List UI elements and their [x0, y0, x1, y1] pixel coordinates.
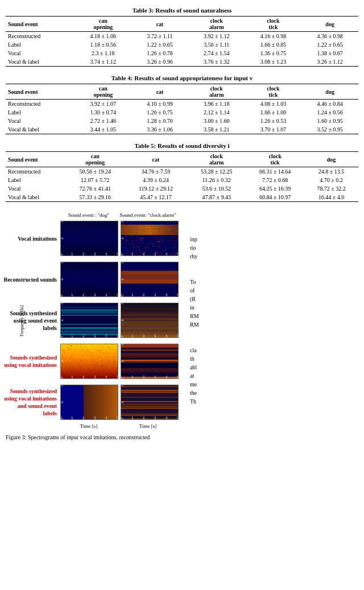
table3-r3-c2: 3.26 ± 0.96	[131, 57, 188, 67]
table5-r3-c1: 57.33 ± 29.16	[66, 193, 125, 202]
table5-r2-c3: 53.6 ± 10.52	[187, 184, 246, 193]
table5-body: Reconstructed50.56 ± 19.2434.76 ± 7.5953…	[6, 167, 358, 202]
table3-r0-c4: 4.16 ± 0.98	[245, 32, 302, 41]
table3-h2: cat	[131, 16, 188, 32]
right-text-1: inptiorhy	[190, 235, 242, 261]
spec-canvas-wrap-3-1	[121, 344, 179, 379]
table3-r0-c1: 4.18 ± 1.06	[75, 32, 132, 41]
spec-rows: Vocal imitationsReconstructed soundsSoun…	[3, 218, 185, 423]
table4-r1-c4: 1.66 ± 1.00	[245, 108, 302, 117]
table3-r1-c1: 1.18 ± 0.56	[75, 40, 132, 49]
table3-h5: dog	[301, 16, 358, 32]
spec-canvas-wrap-4-1	[121, 385, 179, 420]
table4-r2-c2: 1.28 ± 0.70	[131, 117, 188, 125]
table5-r2-c2: 119.12 ± 29.12	[125, 184, 187, 193]
table3-r3-c4: 3.08 ± 1.23	[245, 57, 302, 67]
table5-r3-c3: 47.87 ± 9.43	[187, 193, 246, 202]
spec-canvas-1-1	[121, 262, 179, 297]
table4-h4: clocktick	[245, 84, 302, 100]
table4-r1-c5: 1.24 ± 0.56	[301, 108, 358, 117]
spec-col-headers: Sound event : "dog" Sound event: "clock …	[60, 212, 185, 218]
table3-r3-c1: 3.74 ± 1.12	[75, 57, 132, 67]
spec-label-4: Sounds synthesizedusing vocal imitations…	[3, 387, 60, 417]
table3-r1-c5: 1.22 ± 0.65	[301, 40, 358, 49]
spec-canvas-1-0	[60, 262, 118, 297]
table3-h4: clocktick	[245, 16, 302, 32]
spectrogram-section: Sound event : "dog" Sound event: "clock …	[0, 210, 364, 431]
spec-canvas-wrap-4-0	[60, 385, 118, 420]
y-axis-label: Frequency [kHz]	[19, 305, 24, 336]
table5-r0-c5: 24.8 ± 13.5	[304, 167, 358, 176]
table5-r0-c4: 66.31 ± 14.64	[246, 167, 304, 176]
table5-r1-c4: 7.72 ± 0.68	[246, 176, 304, 184]
spec-images-4	[60, 385, 185, 420]
spec-canvas-0-1	[121, 221, 179, 256]
table4-h2: cat	[131, 84, 188, 100]
table5-h5: dog	[304, 152, 358, 167]
table4-r1-c0: Label	[6, 108, 75, 117]
spec-label-3: Sounds synthesizedusing vocal imitations	[3, 354, 60, 369]
table4-h3: clockalarm	[188, 84, 245, 100]
table3-r2-c0: Vocal	[6, 49, 75, 57]
table5-r2-c0: Vocal	[6, 184, 66, 193]
table3-r1-c2: 1.22 ± 0.65	[131, 40, 188, 49]
table4-h5: dog	[301, 84, 358, 100]
table4-r2-c1: 2.72 ± 1.46	[75, 117, 132, 125]
table5-r1-c5: 4.70 ± 0.2	[304, 176, 358, 184]
table5-r3-c4: 60.84 ± 10.97	[246, 193, 304, 202]
table4-section: Table 4: Results of sound appropriatenes…	[0, 72, 364, 137]
table3-r0-c0: Reconstructed	[6, 32, 75, 41]
table5-h0: Sound event	[6, 152, 66, 167]
table5-r1-c2: 4.39 ± 0.24	[125, 176, 187, 184]
table3: Sound event canopening cat clockalarm cl…	[6, 16, 358, 67]
table3-header: Sound event canopening cat clockalarm cl…	[6, 16, 358, 32]
spec-label-2: Sounds synthesizedusing sound event labe…	[3, 310, 60, 332]
table5-r1-c3: 11.26 ± 0.32	[187, 176, 246, 184]
table5-r1-c1: 12.07 ± 5.72	[66, 176, 125, 184]
table3-h1: canopening	[75, 16, 132, 32]
table4-r3-c4: 3.70 ± 1.07	[245, 125, 302, 134]
table3-r0-c5: 4.36 ± 0.98	[301, 32, 358, 41]
table5-r0-c2: 34.76 ± 7.59	[125, 167, 187, 176]
table4-r0-c0: Reconstructed	[6, 100, 75, 109]
table5-h3: clockalarm	[187, 152, 246, 167]
spec-canvas-wrap-1-0	[60, 262, 118, 297]
table3-r2-c2: 1.26 ± 0.78	[131, 49, 188, 57]
spec-images-1	[60, 262, 185, 297]
table5-r3-c0: Vocal & label	[6, 193, 66, 202]
table4-r0-c4: 4.08 ± 1.03	[245, 100, 302, 109]
spec-row-3: Sounds synthesizedusing vocal imitations	[3, 341, 185, 381]
spec-row-1: Reconstructed sounds	[3, 259, 185, 299]
table4-r3-c3: 3.58 ± 1.21	[188, 125, 245, 134]
table4-header: Sound event canopening cat clockalarm cl…	[6, 84, 358, 100]
table3-r3-c5: 3.26 ± 1.12	[301, 57, 358, 67]
x-axis-label-2: Time [s]	[119, 423, 176, 429]
table5-r2-c4: 64.25 ± 16.39	[246, 184, 304, 193]
page: Table 3: Results of sound naturalness So…	[0, 0, 364, 448]
table3-h3: clockalarm	[188, 16, 245, 32]
table4-body: Reconstructed3.92 ± 1.074.10 ± 0.993.96 …	[6, 100, 358, 134]
table3-r2-c4: 1.36 ± 0.75	[245, 49, 302, 57]
spec-right-text: inptiorhy Toof(RinRMRM clathablatmetheTh	[185, 212, 242, 429]
spec-label-1: Reconstructed sounds	[3, 276, 60, 283]
spec-canvas-4-0	[60, 385, 118, 420]
table4-r0-c2: 4.10 ± 0.99	[131, 100, 188, 109]
table4-r0-c1: 3.92 ± 1.07	[75, 100, 132, 109]
table4-r0-c3: 3.96 ± 1.18	[188, 100, 245, 109]
table4-r3-c5: 3.52 ± 0.95	[301, 125, 358, 134]
table5-r0-c1: 50.56 ± 19.24	[66, 167, 125, 176]
table4-r1-c1: 1.30 ± 0.74	[75, 108, 132, 117]
table5-r2-c5: 78.72 ± 32.2	[304, 184, 358, 193]
table4-r3-c2: 3.36 ± 1.06	[131, 125, 188, 134]
table4: Sound event canopening cat clockalarm cl…	[6, 84, 358, 134]
right-text-3: clathablatmetheTh	[190, 346, 242, 406]
table4-r3-c1: 3.44 ± 1.05	[75, 125, 132, 134]
table3-body: Reconstructed4.18 ± 1.063.72 ± 1.113.92 …	[6, 32, 358, 67]
spec-canvas-0-0	[60, 221, 118, 256]
table3-r3-c3: 3.76 ± 1.32	[188, 57, 245, 67]
right-text-2: Toof(RinRMRM	[190, 278, 242, 329]
table3-r0-c2: 3.72 ± 1.11	[131, 32, 188, 41]
table4-r2-c4: 1.26 ± 0.53	[245, 117, 302, 125]
spec-images-3	[60, 344, 185, 379]
table3-r2-c3: 2.74 ± 1.54	[188, 49, 245, 57]
